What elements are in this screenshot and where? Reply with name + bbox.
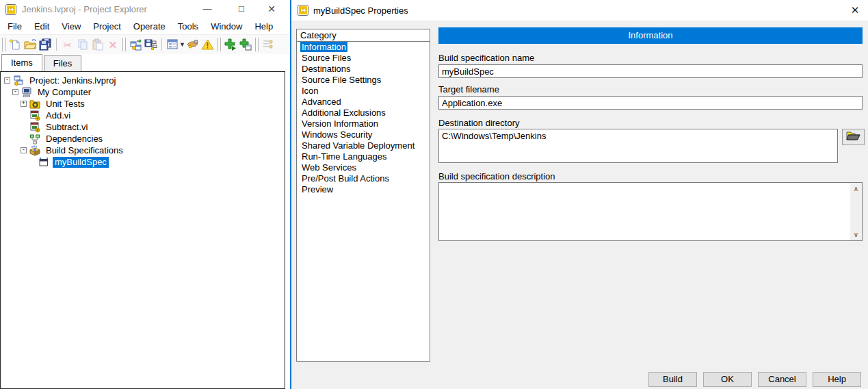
tree-label[interactable]: Project: Jenkins.lvproj [27, 75, 118, 86]
menu-file[interactable]: File [1, 20, 28, 33]
ok-button[interactable]: OK [703, 372, 752, 387]
collapse-icon[interactable]: - [4, 77, 10, 84]
scroll-down-icon[interactable]: ∨ [850, 229, 862, 240]
project-icon [13, 75, 24, 86]
expander-spacer [21, 136, 27, 142]
collapse-icon[interactable]: - [12, 89, 18, 95]
close-icon[interactable]: ✕ [848, 3, 862, 17]
tree-label[interactable]: My Computer [36, 87, 93, 98]
category-item-additional-exclusions[interactable]: Additional Exclusions [297, 108, 430, 118]
category-item-run-time-languages[interactable]: Run-Time Languages [297, 151, 430, 162]
tab-files[interactable]: Files [44, 55, 81, 71]
category-item-preview[interactable]: Preview [297, 184, 430, 195]
description-scrollbar[interactable]: ∧ ∨ [850, 183, 862, 240]
build-button[interactable]: Build [648, 372, 697, 387]
menu-help[interactable]: Help [248, 20, 279, 33]
view-columns-icon[interactable] [166, 37, 181, 52]
tree-row-project[interactable]: - Project: Jenkins.lvproj [1, 75, 285, 86]
add-item-icon[interactable] [223, 37, 238, 52]
close-button[interactable]: ✕ [263, 2, 280, 16]
expand-icon[interactable]: + [21, 101, 27, 107]
menu-tools[interactable]: Tools [172, 20, 205, 33]
tree-label[interactable]: Unit Tests [44, 99, 87, 110]
panel-header: Information [438, 27, 863, 44]
tree-row-mybuildspec[interactable]: myBuildSpec [1, 156, 285, 168]
help-button[interactable]: Help [813, 372, 861, 387]
build-spec-name-label: Build specification name [438, 53, 534, 63]
tree-row-unit-tests[interactable]: + Unit Tests [1, 98, 285, 110]
minimize-button[interactable]: — [198, 2, 216, 16]
toolbar-separator [56, 38, 57, 51]
category-item-web-services[interactable]: Web Services [297, 162, 430, 173]
description-input[interactable]: ∧ ∨ [438, 182, 863, 241]
explorer-titlebar: Jenkins.lvproj - Project Explorer — ☐ ✕ [0, 0, 290, 18]
tree-row-build-specifications[interactable]: - Build Specifications [1, 145, 285, 156]
reorder-icon[interactable] [261, 37, 276, 52]
category-item-windows-security[interactable]: Windows Security [297, 129, 430, 140]
category-item-icon[interactable]: Icon [297, 86, 430, 97]
category-item-source-file-settings[interactable]: Source File Settings [297, 75, 430, 86]
category-item-advanced[interactable]: Advanced [297, 97, 430, 108]
scroll-up-icon[interactable]: ∧ [850, 183, 862, 194]
edit-build-spec-icon[interactable] [128, 37, 143, 52]
tree-row-my-computer[interactable]: - My Computer [1, 86, 285, 98]
explorer-window-title: Jenkins.lvproj - Project Explorer [22, 4, 147, 14]
destination-directory-label: Destination directory [438, 118, 520, 128]
category-item-information[interactable]: Information [297, 42, 430, 53]
build-spec-name-input[interactable] [438, 64, 863, 78]
collapse-icon[interactable]: - [21, 147, 27, 153]
target-filename-input[interactable] [438, 96, 863, 110]
tree-label[interactable]: Add.vi [44, 110, 73, 121]
labview-logo-icon [298, 5, 308, 16]
maximize-button[interactable]: ☐ [233, 2, 250, 16]
menu-window[interactable]: Window [205, 20, 248, 33]
tree-label[interactable]: Build Specifications [44, 145, 125, 156]
tree-label[interactable]: Subtract.vi [44, 122, 90, 133]
category-item-pre-post-build-actions[interactable]: Pre/Post Build Actions [297, 173, 430, 184]
new-file-icon[interactable] [8, 37, 23, 52]
expander-spacer [21, 112, 27, 118]
menu-edit[interactable]: Edit [28, 20, 55, 33]
category-item-destinations[interactable]: Destinations [297, 64, 430, 75]
category-item-source-files[interactable]: Source Files [297, 53, 430, 64]
menu-project[interactable]: Project [87, 20, 127, 33]
save-all-icon[interactable] [38, 37, 53, 52]
dependencies-icon [29, 134, 40, 145]
menu-operate[interactable]: Operate [127, 20, 172, 33]
open-folder-icon[interactable] [23, 37, 38, 52]
tree-label[interactable]: myBuildSpec [53, 157, 109, 168]
explorer-toolbar: ✂ ✕ ▼ [0, 34, 290, 54]
category-item-version-information[interactable]: Version Information [297, 118, 430, 129]
browse-folder-button[interactable] [842, 129, 865, 145]
toolbar-separator [255, 38, 259, 51]
toolbar-separator [122, 38, 126, 51]
destination-directory-input[interactable]: C:\Windows\Temp\Jenkins [438, 129, 838, 163]
delete-icon[interactable]: ✕ [105, 37, 120, 52]
copy-icon[interactable] [75, 37, 90, 52]
properties-dialog: myBuildSpec Properties ✕ Category Inform… [290, 0, 868, 389]
description-label: Build specification description [438, 171, 555, 181]
explorer-menubar: File Edit View Project Operate Tools Win… [0, 18, 290, 34]
warning-icon[interactable] [200, 37, 215, 52]
dialog-titlebar: myBuildSpec Properties ✕ [291, 0, 868, 21]
vi-icon [29, 110, 40, 121]
save-hierarchy-icon[interactable] [143, 37, 158, 52]
expander-spacer [21, 124, 27, 130]
menu-view[interactable]: View [55, 20, 87, 33]
category-header: Category [297, 29, 430, 42]
cancel-button[interactable]: Cancel [758, 372, 806, 387]
tree-label[interactable]: Dependencies [44, 134, 105, 145]
toolbar-separator [161, 38, 162, 51]
tree-row-add-vi[interactable]: Add.vi [1, 110, 285, 121]
category-item-shared-variable-deployment[interactable]: Shared Variable Deployment [297, 140, 430, 151]
tab-items[interactable]: Items [1, 54, 42, 71]
view-columns-dropdown-icon[interactable]: ▼ [179, 41, 185, 48]
tree-row-subtract-vi[interactable]: Subtract.vi [1, 121, 285, 133]
screen: Jenkins.lvproj - Project Explorer — ☐ ✕ … [0, 0, 868, 389]
add-target-icon[interactable] [238, 37, 253, 52]
tools-hand-icon[interactable] [185, 37, 200, 52]
dialog-window-title: myBuildSpec Properties [313, 5, 408, 16]
cut-icon[interactable]: ✂ [60, 37, 75, 52]
paste-icon[interactable] [90, 37, 105, 52]
tree-row-dependencies[interactable]: Dependencies [1, 133, 285, 145]
